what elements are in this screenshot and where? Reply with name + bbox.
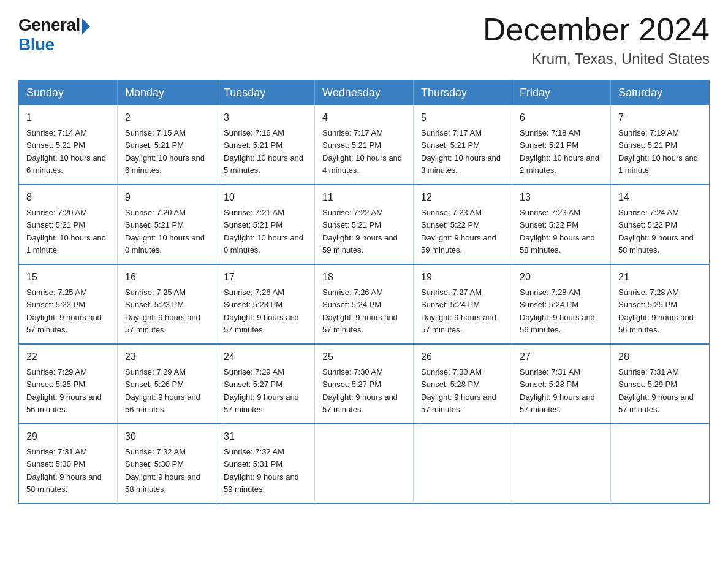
table-row: 9 Sunrise: 7:20 AMSunset: 5:21 PMDayligh… — [118, 185, 216, 264]
day-number: 26 — [421, 350, 504, 364]
day-info: Sunrise: 7:31 AMSunset: 5:30 PMDaylight:… — [26, 447, 102, 494]
day-number: 19 — [421, 270, 504, 285]
table-row: 31 Sunrise: 7:32 AMSunset: 5:31 PMDaylig… — [216, 424, 315, 504]
day-info: Sunrise: 7:29 AMSunset: 5:25 PMDaylight:… — [26, 367, 102, 414]
table-row: 19 Sunrise: 7:27 AMSunset: 5:24 PMDaylig… — [414, 264, 512, 344]
table-row — [414, 424, 512, 504]
calendar-week-row: 29 Sunrise: 7:31 AMSunset: 5:30 PMDaylig… — [19, 424, 710, 504]
day-info: Sunrise: 7:32 AMSunset: 5:30 PMDaylight:… — [125, 447, 200, 494]
day-info: Sunrise: 7:24 AMSunset: 5:22 PMDaylight:… — [618, 208, 694, 255]
day-number: 7 — [618, 110, 702, 125]
day-info: Sunrise: 7:30 AMSunset: 5:27 PMDaylight:… — [322, 367, 398, 414]
day-info: Sunrise: 7:17 AMSunset: 5:21 PMDaylight:… — [421, 128, 501, 175]
day-info: Sunrise: 7:26 AMSunset: 5:24 PMDaylight:… — [322, 288, 398, 334]
day-number: 9 — [125, 190, 208, 205]
day-number: 18 — [322, 270, 406, 285]
day-number: 3 — [224, 110, 307, 125]
table-row: 15 Sunrise: 7:25 AMSunset: 5:23 PMDaylig… — [19, 264, 118, 344]
day-number: 22 — [26, 350, 110, 364]
table-row: 7 Sunrise: 7:19 AMSunset: 5:21 PMDayligh… — [611, 105, 710, 185]
day-info: Sunrise: 7:29 AMSunset: 5:27 PMDaylight:… — [224, 367, 299, 414]
day-number: 1 — [26, 110, 110, 125]
table-row: 22 Sunrise: 7:29 AMSunset: 5:25 PMDaylig… — [19, 344, 118, 424]
day-number: 13 — [520, 190, 603, 205]
table-row: 4 Sunrise: 7:17 AMSunset: 5:21 PMDayligh… — [315, 105, 414, 185]
col-wednesday: Wednesday — [315, 80, 414, 106]
day-number: 6 — [520, 110, 603, 125]
table-row — [315, 424, 414, 504]
table-row: 28 Sunrise: 7:31 AMSunset: 5:29 PMDaylig… — [611, 344, 710, 424]
day-number: 27 — [520, 350, 603, 364]
table-row: 29 Sunrise: 7:31 AMSunset: 5:30 PMDaylig… — [19, 424, 118, 504]
table-row: 30 Sunrise: 7:32 AMSunset: 5:30 PMDaylig… — [118, 424, 216, 504]
calendar-week-row: 8 Sunrise: 7:20 AMSunset: 5:21 PMDayligh… — [19, 185, 710, 264]
day-number: 31 — [224, 429, 307, 444]
calendar-title: December 2024 — [483, 12, 710, 47]
table-row: 21 Sunrise: 7:28 AMSunset: 5:25 PMDaylig… — [611, 264, 710, 344]
day-info: Sunrise: 7:22 AMSunset: 5:21 PMDaylight:… — [322, 208, 398, 255]
table-row: 16 Sunrise: 7:25 AMSunset: 5:23 PMDaylig… — [118, 264, 216, 344]
day-number: 2 — [125, 110, 208, 125]
day-info: Sunrise: 7:23 AMSunset: 5:22 PMDaylight:… — [421, 208, 496, 255]
day-info: Sunrise: 7:30 AMSunset: 5:28 PMDaylight:… — [421, 367, 496, 414]
table-row: 25 Sunrise: 7:30 AMSunset: 5:27 PMDaylig… — [315, 344, 414, 424]
days-of-week-row: Sunday Monday Tuesday Wednesday Thursday… — [19, 80, 710, 106]
day-number: 10 — [224, 190, 307, 205]
table-row: 6 Sunrise: 7:18 AMSunset: 5:21 PMDayligh… — [512, 105, 611, 185]
day-info: Sunrise: 7:17 AMSunset: 5:21 PMDaylight:… — [322, 128, 402, 175]
day-info: Sunrise: 7:20 AMSunset: 5:21 PMDaylight:… — [125, 208, 205, 255]
title-block: December 2024 Krum, Texas, United States — [483, 12, 710, 67]
table-row — [512, 424, 611, 504]
col-sunday: Sunday — [19, 80, 118, 106]
day-number: 20 — [520, 270, 603, 285]
day-number: 16 — [125, 270, 208, 285]
table-row: 3 Sunrise: 7:16 AMSunset: 5:21 PMDayligh… — [216, 105, 315, 185]
table-row: 20 Sunrise: 7:28 AMSunset: 5:24 PMDaylig… — [512, 264, 611, 344]
day-number: 21 — [618, 270, 702, 285]
table-row: 8 Sunrise: 7:20 AMSunset: 5:21 PMDayligh… — [19, 185, 118, 264]
table-row: 5 Sunrise: 7:17 AMSunset: 5:21 PMDayligh… — [414, 105, 512, 185]
day-info: Sunrise: 7:20 AMSunset: 5:21 PMDaylight:… — [26, 208, 106, 255]
day-info: Sunrise: 7:29 AMSunset: 5:26 PMDaylight:… — [125, 367, 200, 414]
table-row: 23 Sunrise: 7:29 AMSunset: 5:26 PMDaylig… — [118, 344, 216, 424]
logo: General Blue — [18, 12, 90, 55]
col-saturday: Saturday — [611, 80, 710, 106]
table-row: 14 Sunrise: 7:24 AMSunset: 5:22 PMDaylig… — [611, 185, 710, 264]
table-row: 18 Sunrise: 7:26 AMSunset: 5:24 PMDaylig… — [315, 264, 414, 344]
table-row: 13 Sunrise: 7:23 AMSunset: 5:22 PMDaylig… — [512, 185, 611, 264]
logo-triangle-icon — [82, 18, 90, 35]
day-number: 15 — [26, 270, 110, 285]
table-row: 2 Sunrise: 7:15 AMSunset: 5:21 PMDayligh… — [118, 105, 216, 185]
day-number: 4 — [322, 110, 406, 125]
calendar-subtitle: Krum, Texas, United States — [483, 50, 710, 67]
day-info: Sunrise: 7:16 AMSunset: 5:21 PMDaylight:… — [224, 128, 303, 175]
day-info: Sunrise: 7:15 AMSunset: 5:21 PMDaylight:… — [125, 128, 205, 175]
day-info: Sunrise: 7:21 AMSunset: 5:21 PMDaylight:… — [224, 208, 303, 255]
day-info: Sunrise: 7:32 AMSunset: 5:31 PMDaylight:… — [224, 447, 299, 494]
col-tuesday: Tuesday — [216, 80, 315, 106]
day-number: 11 — [322, 190, 406, 205]
day-number: 30 — [125, 429, 208, 444]
day-info: Sunrise: 7:28 AMSunset: 5:25 PMDaylight:… — [618, 288, 694, 334]
calendar-week-row: 1 Sunrise: 7:14 AMSunset: 5:21 PMDayligh… — [19, 105, 710, 185]
day-info: Sunrise: 7:23 AMSunset: 5:22 PMDaylight:… — [520, 208, 595, 255]
col-monday: Monday — [118, 80, 216, 106]
logo-blue: Blue — [18, 35, 55, 54]
day-number: 24 — [224, 350, 307, 364]
calendar-table: Sunday Monday Tuesday Wednesday Thursday… — [18, 80, 710, 504]
day-info: Sunrise: 7:18 AMSunset: 5:21 PMDaylight:… — [520, 128, 599, 175]
day-number: 14 — [618, 190, 702, 205]
table-row: 17 Sunrise: 7:26 AMSunset: 5:23 PMDaylig… — [216, 264, 315, 344]
day-info: Sunrise: 7:31 AMSunset: 5:29 PMDaylight:… — [618, 367, 694, 414]
table-row: 26 Sunrise: 7:30 AMSunset: 5:28 PMDaylig… — [414, 344, 512, 424]
day-info: Sunrise: 7:27 AMSunset: 5:24 PMDaylight:… — [421, 288, 496, 334]
day-number: 8 — [26, 190, 110, 205]
table-row: 24 Sunrise: 7:29 AMSunset: 5:27 PMDaylig… — [216, 344, 315, 424]
day-number: 23 — [125, 350, 208, 364]
col-thursday: Thursday — [414, 80, 512, 106]
day-number: 5 — [421, 110, 504, 125]
calendar-week-row: 22 Sunrise: 7:29 AMSunset: 5:25 PMDaylig… — [19, 344, 710, 424]
table-row: 10 Sunrise: 7:21 AMSunset: 5:21 PMDaylig… — [216, 185, 315, 264]
day-info: Sunrise: 7:14 AMSunset: 5:21 PMDaylight:… — [26, 128, 106, 175]
day-info: Sunrise: 7:26 AMSunset: 5:23 PMDaylight:… — [224, 288, 299, 334]
